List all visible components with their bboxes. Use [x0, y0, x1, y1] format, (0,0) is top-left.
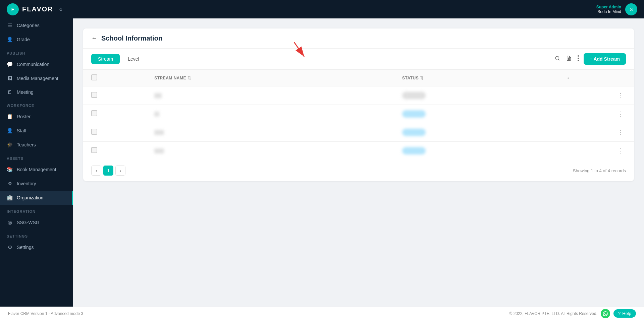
- whatsapp-icon[interactable]: [601, 309, 610, 318]
- sidebar-item-grade[interactable]: 👤 Grade: [0, 33, 73, 47]
- row-checkbox[interactable]: [91, 92, 97, 98]
- version-text: Flavor CRM Version 1 - Advanced mode 3: [8, 311, 83, 316]
- logo-area: F FLAVOR «: [7, 3, 62, 15]
- more-options-button[interactable]: [576, 54, 580, 64]
- records-text: Showing 1 to 4 of 4 records: [573, 168, 626, 173]
- col-header-actions: •: [559, 70, 634, 86]
- row-actions: ⋮: [559, 105, 634, 123]
- staff-icon: 👤: [7, 128, 13, 134]
- row-check: [83, 105, 146, 123]
- settings-icon: ⚙: [7, 244, 13, 250]
- row-status: [394, 105, 559, 123]
- export-button[interactable]: [565, 54, 573, 64]
- row-status: [394, 86, 559, 105]
- sidebar-item-inventory[interactable]: ⚙ Inventory: [0, 177, 73, 191]
- sidebar-item-ssg-wsg[interactable]: ◎ SSG-WSG: [0, 215, 73, 230]
- help-button[interactable]: ? Help: [613, 309, 636, 318]
- sidebar-item-label: Media Management: [17, 76, 58, 81]
- row-status: [394, 142, 559, 160]
- bottom-footer: Flavor CRM Version 1 - Advanced mode 3 ©…: [0, 307, 644, 320]
- pagination-row: ‹ 1 › Showing 1 to 4 of 4 records: [83, 160, 634, 181]
- sidebar-item-label: Staff: [17, 128, 26, 133]
- col-header-status: STATUS ⇅: [394, 70, 559, 86]
- pagination-controls: ‹ 1 ›: [91, 166, 125, 176]
- sidebar: ☰ Categories 👤 Grade PUBLISH 💬 Communica…: [0, 18, 73, 307]
- page-card: ← School Information Stream Level: [83, 28, 634, 181]
- section-label-settings: SETTINGS: [0, 230, 73, 240]
- sidebar-item-label: Grade: [17, 37, 30, 42]
- section-label-assets: ASSETS: [0, 152, 73, 163]
- data-table: STREAM NAME ⇅ STATUS ⇅ •: [83, 70, 634, 160]
- next-page-button[interactable]: ›: [115, 166, 125, 176]
- row-menu-button[interactable]: ⋮: [616, 146, 626, 155]
- tab-stream[interactable]: Stream: [91, 54, 120, 64]
- row-check: [83, 86, 146, 105]
- sidebar-item-roster[interactable]: 📋 Roster: [0, 110, 73, 124]
- grade-icon: 👤: [7, 37, 13, 43]
- header-checkbox[interactable]: [91, 74, 97, 80]
- svg-point-6: [578, 55, 579, 57]
- svg-point-7: [578, 58, 579, 59]
- svg-line-3: [558, 59, 559, 60]
- table-row: ⋮: [83, 142, 634, 160]
- collapse-icon[interactable]: «: [59, 6, 62, 12]
- sidebar-item-label: SSG-WSG: [17, 220, 40, 225]
- sidebar-item-categories[interactable]: ☰ Categories: [0, 18, 73, 33]
- row-checkbox[interactable]: [91, 147, 97, 153]
- col-dot: •: [568, 75, 569, 80]
- row-name: [146, 86, 394, 105]
- sidebar-item-label: Organization: [17, 195, 43, 200]
- section-label-publish: PUBLISH: [0, 47, 73, 57]
- prev-page-button[interactable]: ‹: [91, 166, 101, 176]
- table-row: ⋮: [83, 86, 634, 105]
- categories-icon: ☰: [7, 22, 13, 28]
- sidebar-item-media-management[interactable]: 🖼 Media Management: [0, 71, 73, 85]
- sidebar-item-label: Meeting: [17, 89, 34, 95]
- row-checkbox[interactable]: [91, 129, 97, 135]
- page-header: ← School Information: [83, 28, 634, 49]
- add-stream-button[interactable]: + Add Stream: [584, 53, 626, 65]
- tabs-row: Stream Level: [83, 49, 634, 70]
- sidebar-item-staff[interactable]: 👤 Staff: [0, 124, 73, 138]
- user-info: Super Admin Soda In Mind: [596, 5, 621, 14]
- row-menu-button[interactable]: ⋮: [616, 91, 626, 100]
- back-button[interactable]: ←: [91, 35, 97, 42]
- row-status: [394, 123, 559, 142]
- user-role: Super Admin: [596, 5, 621, 9]
- row-menu-button[interactable]: ⋮: [616, 110, 626, 118]
- sidebar-item-label: Teachers: [17, 142, 36, 147]
- row-name: [146, 123, 394, 142]
- page-1-button[interactable]: 1: [103, 166, 113, 176]
- book-icon: 📚: [7, 167, 13, 173]
- sidebar-item-label: Book Management: [17, 167, 56, 172]
- tab-level[interactable]: Level: [121, 54, 146, 64]
- copyright-text: © 2022, FLAVOR PTE. LTD. All Rights Rese…: [509, 311, 598, 316]
- svg-point-8: [578, 60, 579, 61]
- sidebar-item-label: Communication: [17, 62, 49, 67]
- logo-icon: F: [7, 3, 19, 15]
- section-label-integration: INTEGRATION: [0, 205, 73, 215]
- sidebar-item-teachers[interactable]: 🎓 Teachers: [0, 138, 73, 152]
- row-actions: ⋮: [559, 86, 634, 105]
- sidebar-item-organization[interactable]: 🏢 Organization: [0, 191, 73, 205]
- logo-text: FLAVOR: [22, 5, 53, 13]
- sort-icon-name[interactable]: ⇅: [187, 75, 192, 80]
- communication-icon: 💬: [7, 61, 13, 67]
- teachers-icon: 🎓: [7, 142, 13, 148]
- search-button[interactable]: [553, 54, 561, 64]
- sidebar-item-settings[interactable]: ⚙ Settings: [0, 240, 73, 254]
- footer-right: © 2022, FLAVOR PTE. LTD. All Rights Rese…: [509, 309, 636, 318]
- sidebar-item-book-management[interactable]: 📚 Book Management: [0, 163, 73, 177]
- sidebar-item-communication[interactable]: 💬 Communication: [0, 57, 73, 71]
- content-area: ← School Information Stream Level: [73, 18, 644, 307]
- ssg-icon: ◎: [7, 219, 13, 226]
- row-check: [83, 123, 146, 142]
- row-actions: ⋮: [559, 142, 634, 160]
- sort-icon-status[interactable]: ⇅: [420, 75, 424, 80]
- row-menu-button[interactable]: ⋮: [616, 128, 626, 137]
- row-checkbox[interactable]: [91, 110, 97, 116]
- user-avatar: S: [625, 3, 637, 15]
- inventory-icon: ⚙: [7, 181, 13, 187]
- user-area: Super Admin Soda In Mind S: [596, 3, 637, 15]
- sidebar-item-meeting[interactable]: 🗓 Meeting: [0, 85, 73, 99]
